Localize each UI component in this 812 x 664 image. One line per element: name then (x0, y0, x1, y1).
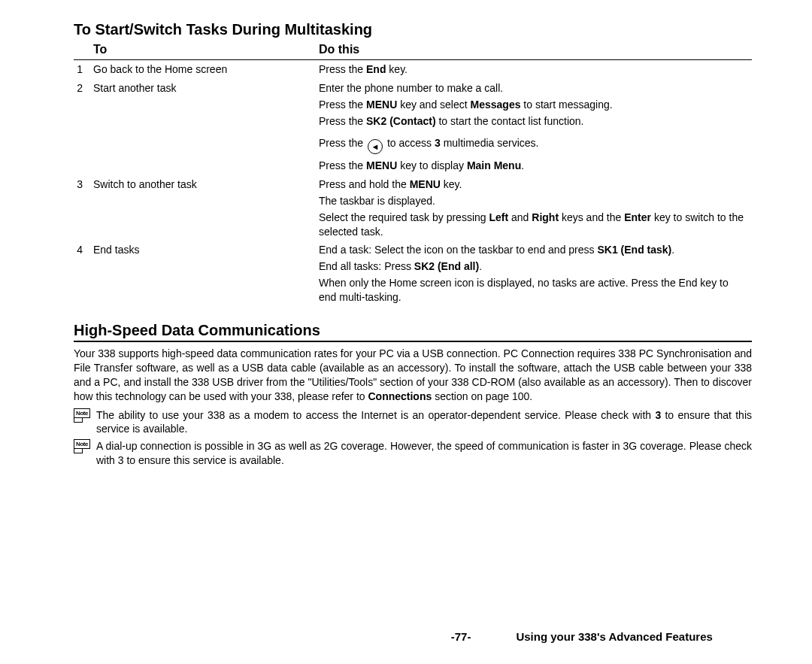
note-icon: Note (74, 408, 90, 423)
row-do: Press the End key. (319, 60, 752, 79)
row-num: 4 (74, 241, 93, 307)
note-icon: Note (74, 439, 90, 453)
page-number: -77- (0, 630, 516, 643)
row-to: End tasks (93, 241, 319, 307)
row-to: Start another task (93, 79, 319, 175)
table-row: 1 Go back to the Home screen Press the E… (74, 60, 752, 79)
note-text: The ability to use your 338 as a modem t… (96, 408, 752, 437)
row-num: 1 (74, 60, 93, 79)
note-text: A dial-up connection is possible in 3G a… (96, 439, 752, 468)
row-num: 2 (74, 79, 93, 175)
row-to: Switch to another task (93, 175, 319, 241)
body-paragraph: Your 338 supports high-speed data commun… (74, 347, 752, 404)
table-row: 4 End tasks End a task: Select the icon … (74, 241, 752, 307)
row-do: Press and hold the MENU key. The taskbar… (319, 175, 752, 241)
row-do: Enter the phone number to make a call. P… (319, 79, 752, 175)
multitask-table: To Do this 1 Go back to the Home screen … (74, 40, 752, 307)
page-footer: -77- Using your 338's Advanced Features (0, 630, 812, 643)
row-num: 3 (74, 175, 93, 241)
section-heading: High-Speed Data Communications (74, 322, 752, 342)
chapter-title: Using your 338's Advanced Features (516, 630, 812, 643)
row-to: Go back to the Home screen (93, 60, 319, 79)
nav-key-icon: ◄ (368, 139, 383, 154)
note-block: Note A dial-up connection is possible in… (74, 439, 752, 468)
col-do-header: Do this (319, 40, 752, 60)
section-heading: To Start/Switch Tasks During Multitaskin… (74, 21, 752, 38)
table-row: 3 Switch to another task Press and hold … (74, 175, 752, 241)
note-block: Note The ability to use your 338 as a mo… (74, 408, 752, 437)
table-row: 2 Start another task Enter the phone num… (74, 79, 752, 175)
col-to-header: To (93, 40, 319, 60)
row-do: End a task: Select the icon on the taskb… (319, 241, 752, 307)
